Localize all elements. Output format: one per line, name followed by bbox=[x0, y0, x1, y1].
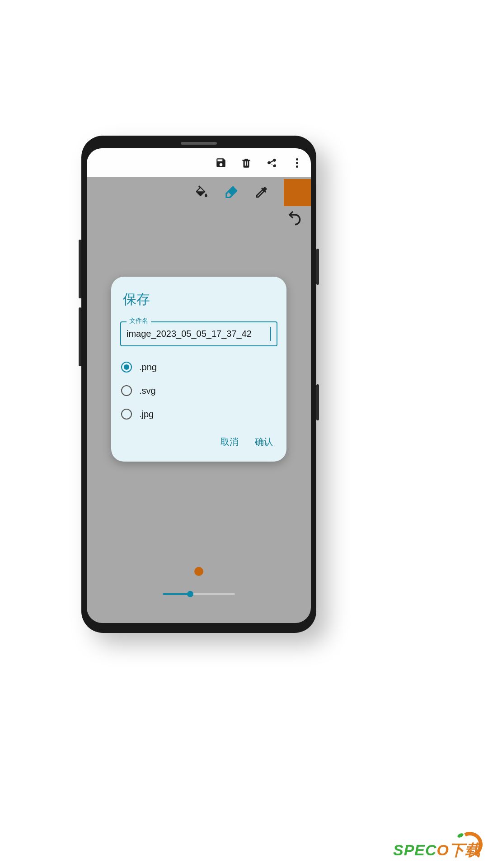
screen: 保存 文件名 .png .svg .jpg bbox=[87, 148, 311, 623]
format-option-jpg[interactable]: .jpg bbox=[121, 402, 277, 426]
dialog-title: 保存 bbox=[111, 290, 286, 315]
power-button bbox=[316, 249, 319, 285]
phone-frame: 保存 文件名 .png .svg .jpg bbox=[81, 136, 316, 633]
format-label: .png bbox=[139, 362, 157, 373]
radio-icon bbox=[121, 362, 132, 373]
format-option-png[interactable]: .png bbox=[121, 355, 277, 379]
delete-icon[interactable] bbox=[240, 157, 252, 169]
share-icon[interactable] bbox=[266, 157, 277, 169]
cancel-button[interactable]: 取消 bbox=[221, 436, 239, 448]
format-option-svg[interactable]: .svg bbox=[121, 379, 277, 402]
format-label: .jpg bbox=[139, 409, 154, 420]
color-swatch[interactable] bbox=[284, 179, 311, 206]
fill-tool-icon[interactable] bbox=[192, 184, 211, 202]
confirm-button[interactable]: 确认 bbox=[255, 436, 273, 448]
watermark-logo: SPECO下载 bbox=[393, 840, 481, 861]
save-dialog: 保存 文件名 .png .svg .jpg bbox=[111, 277, 286, 462]
text-cursor bbox=[270, 327, 271, 341]
side-button bbox=[316, 384, 319, 420]
dialog-actions: 取消 确认 bbox=[111, 428, 286, 457]
volume-button bbox=[79, 307, 81, 366]
undo-row bbox=[87, 208, 311, 228]
filename-input[interactable] bbox=[120, 321, 277, 346]
brush-size-slider[interactable] bbox=[163, 593, 235, 595]
watermark-text: SPEC bbox=[393, 841, 437, 859]
eyedropper-tool-icon[interactable] bbox=[252, 184, 270, 202]
undo-icon[interactable] bbox=[286, 208, 304, 228]
filename-field-wrap: 文件名 bbox=[120, 321, 277, 346]
overflow-menu-icon[interactable] bbox=[291, 157, 303, 169]
radio-icon bbox=[121, 385, 132, 396]
action-bar bbox=[87, 148, 311, 177]
format-label: .svg bbox=[139, 386, 156, 396]
volume-button bbox=[79, 240, 81, 298]
format-radio-group: .png .svg .jpg bbox=[111, 349, 286, 428]
radio-icon bbox=[121, 409, 132, 420]
eraser-tool-icon[interactable] bbox=[222, 184, 240, 202]
filename-label: 文件名 bbox=[127, 317, 151, 325]
brush-preview-dot bbox=[194, 567, 203, 576]
tool-row bbox=[87, 177, 311, 208]
save-icon[interactable] bbox=[215, 157, 227, 169]
